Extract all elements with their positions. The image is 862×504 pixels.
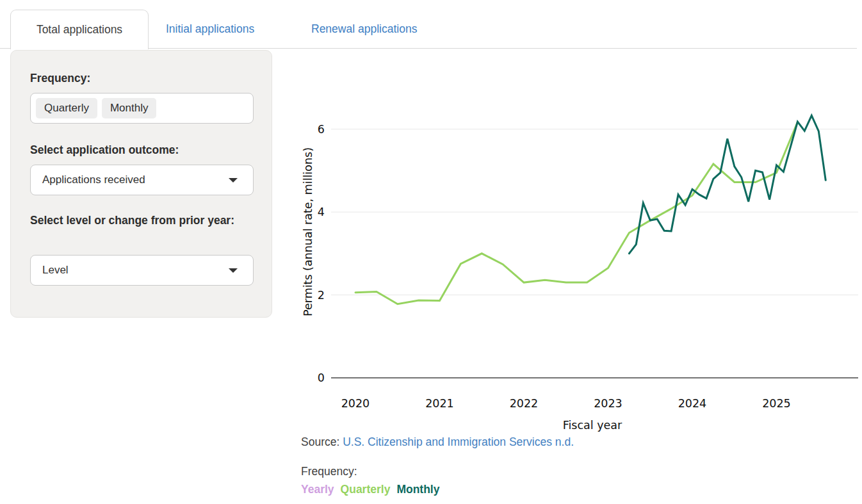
x-tick-label: 2024: [678, 397, 707, 410]
x-tick-label: 2023: [594, 397, 622, 410]
x-tick-label: 2025: [762, 397, 791, 410]
legend: Yearly Quarterly Monthly: [301, 483, 439, 496]
y-axis-title: Permits (annual rate, millions): [302, 147, 314, 316]
frequency-option-monthly[interactable]: Monthly: [102, 98, 157, 118]
legend-title: Frequency:: [301, 465, 357, 478]
source-line: Source: U.S. Citizenship and Immigration…: [301, 435, 574, 449]
source-prefix: Source:: [301, 435, 343, 448]
chart-svg: 0246202020212022202320242025Fiscal yearP…: [301, 90, 862, 435]
level-label: Select level or change from prior year:: [30, 212, 254, 229]
x-tick-label: 2020: [341, 397, 370, 410]
legend-entry-quarterly[interactable]: Quarterly: [341, 483, 391, 496]
legend-entry-monthly[interactable]: Monthly: [396, 483, 439, 496]
source-link[interactable]: U.S. Citizenship and Immigration Service…: [343, 435, 574, 448]
quarterly-line: [355, 122, 797, 304]
level-dropdown[interactable]: Level: [30, 255, 254, 286]
outcome-label: Select application outcome:: [30, 142, 254, 158]
y-tick-label: 4: [318, 206, 325, 218]
x-tick-label: 2022: [510, 397, 539, 410]
chevron-down-icon: [229, 268, 238, 273]
outcome-dropdown[interactable]: Applications received: [30, 165, 254, 195]
x-axis-title: Fiscal year: [563, 419, 622, 432]
legend-entry-yearly[interactable]: Yearly: [301, 483, 334, 496]
monthly-line: [629, 115, 825, 253]
tab-initial-applications[interactable]: Initial applications: [166, 22, 254, 36]
filter-panel: Frequency: Quarterly Monthly Select appl…: [10, 50, 272, 318]
frequency-select[interactable]: Quarterly Monthly: [30, 93, 254, 124]
tab-label: Total applications: [37, 23, 122, 37]
chevron-down-icon: [229, 178, 238, 183]
y-tick-label: 6: [318, 123, 325, 136]
tab-total-applications[interactable]: Total applications: [10, 10, 149, 49]
tab-renewal-applications[interactable]: Renewal applications: [311, 22, 417, 36]
frequency-option-quarterly[interactable]: Quarterly: [36, 98, 97, 118]
y-tick-label: 2: [318, 289, 325, 302]
outcome-selected-value: Applications received: [42, 174, 145, 186]
y-tick-label: 0: [318, 371, 325, 384]
frequency-label: Frequency:: [30, 70, 254, 86]
x-tick-label: 2021: [425, 397, 454, 410]
level-selected-value: Level: [42, 264, 69, 277]
